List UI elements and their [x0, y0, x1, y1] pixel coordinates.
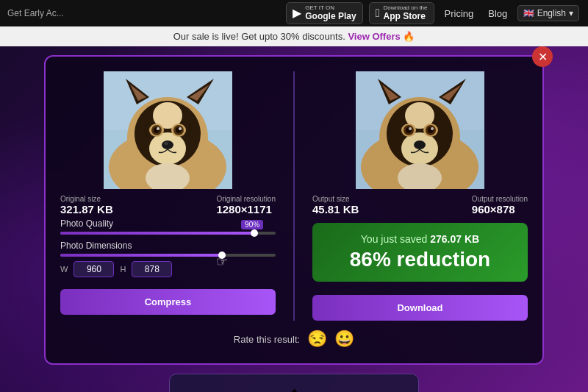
- svg-point-17: [157, 127, 159, 130]
- panel-divider: [293, 71, 295, 321]
- quality-slider-track: [60, 232, 276, 235]
- compress-button[interactable]: Compress: [60, 289, 276, 315]
- sale-text: Our sale is live! Get upto 30% discounts…: [173, 31, 345, 42]
- dimensions-inputs: W H: [60, 261, 276, 277]
- output-dog-image: [312, 71, 528, 189]
- output-res-label: Output resolution: [472, 195, 528, 203]
- output-size-group: Output size 45.81 KB: [312, 195, 359, 215]
- svg-point-41: [414, 140, 426, 149]
- sale-banner: Our sale is live! Get upto 30% discounts…: [0, 26, 588, 46]
- dimensions-label-row: Photo Dimensions: [60, 240, 276, 251]
- blog-link[interactable]: Blog: [484, 8, 512, 19]
- apple-icon: : [376, 7, 380, 20]
- svg-point-19: [162, 140, 173, 149]
- dimensions-slider-thumb[interactable]: [218, 252, 226, 259]
- view-offers-link[interactable]: View Offers 🔥: [348, 31, 415, 42]
- original-image-preview: [60, 71, 276, 189]
- close-button[interactable]: ✕: [532, 46, 553, 67]
- language-selector[interactable]: 🇬🇧 English ▾: [517, 5, 579, 21]
- lang-label: 🇬🇧 English: [523, 8, 566, 18]
- savings-box: You just saved 276.07 KB 86% reduction: [312, 223, 528, 282]
- image-comparison-row: Original size 321.87 KB Original resolut…: [60, 71, 528, 321]
- height-dim-label: H: [120, 265, 126, 274]
- app-store-button[interactable]:  Download on the App Store: [369, 2, 434, 24]
- navbar: Get Early Ac... ▶ GET IT ON Google Play …: [0, 0, 588, 26]
- original-res-group: Original resolution 1280×1171: [216, 195, 276, 215]
- fire-icon: 🔥: [403, 31, 415, 42]
- rating-label: Rate this result:: [234, 334, 300, 345]
- download-button[interactable]: Download: [312, 295, 528, 321]
- height-input[interactable]: [132, 261, 172, 277]
- output-size-info: Output size 45.81 KB Output resolution 9…: [312, 195, 528, 215]
- original-panel: Original size 321.87 KB Original resolut…: [60, 71, 276, 321]
- dimensions-slider-track: [60, 254, 276, 257]
- output-size-value: 45.81 KB: [312, 203, 359, 215]
- original-res-value: 1280×1171: [216, 203, 276, 215]
- dimensions-label: Photo Dimensions: [60, 240, 132, 251]
- output-res-group: Output resolution 960×878: [472, 195, 528, 215]
- controls-section: Photo Quality 90% Photo Dimension: [60, 218, 276, 315]
- dimensions-slider-fill: [60, 254, 222, 257]
- thumbs-up-button[interactable]: 😀: [334, 329, 354, 349]
- lang-chevron-icon: ▾: [569, 8, 573, 18]
- output-panel: Output size 45.81 KB Output resolution 9…: [312, 71, 528, 321]
- output-size-label: Output size: [312, 195, 359, 203]
- svg-point-18: [179, 127, 182, 130]
- original-size-info: Original size 321.87 KB Original resolut…: [60, 195, 276, 215]
- pricing-link[interactable]: Pricing: [440, 8, 478, 19]
- original-size-label: Original size: [60, 195, 113, 203]
- early-access-nav-text: Get Early Ac...: [7, 8, 64, 18]
- output-res-value: 960×878: [472, 203, 528, 215]
- dimensions-control: Photo Dimensions ☞ W H: [60, 240, 276, 277]
- rating-row: Rate this result: 😒 😀: [60, 329, 528, 349]
- compression-modal: ✕: [44, 55, 544, 365]
- bottom-cta-banner: ✦ Looking to optimise your images in rea…: [169, 374, 419, 392]
- savings-text: You just saved 276.07 KB: [323, 233, 517, 245]
- width-dim-label: W: [60, 265, 68, 274]
- main-area: ✕: [0, 46, 588, 392]
- google-play-button[interactable]: ▶ GET IT ON Google Play: [286, 2, 362, 24]
- google-play-icon: ▶: [293, 6, 301, 20]
- original-size-value: 321.87 KB: [60, 203, 113, 215]
- svg-point-39: [409, 127, 412, 130]
- google-play-text: GET IT ON Google Play: [305, 5, 356, 21]
- quality-slider-thumb[interactable]: [251, 229, 258, 237]
- savings-amount: 276.07 KB: [430, 233, 479, 245]
- cta-sparkle-icon: ✦: [184, 385, 404, 392]
- thumbs-down-button[interactable]: 😒: [307, 329, 327, 349]
- original-res-label: Original resolution: [216, 195, 276, 203]
- quality-badge: 90%: [241, 220, 263, 229]
- width-input[interactable]: [74, 261, 114, 277]
- quality-slider-fill: [60, 232, 254, 235]
- app-store-text: Download on the App Store: [383, 5, 427, 21]
- quality-label: Photo Quality: [60, 218, 113, 229]
- quality-control: Photo Quality 90%: [60, 218, 276, 235]
- svg-point-20: [164, 142, 168, 145]
- svg-point-40: [431, 127, 434, 130]
- reduction-label: 86% reduction: [323, 248, 517, 271]
- output-image-preview: [312, 71, 528, 189]
- original-dog-image: [60, 71, 276, 189]
- original-size-group: Original size 321.87 KB: [60, 195, 113, 215]
